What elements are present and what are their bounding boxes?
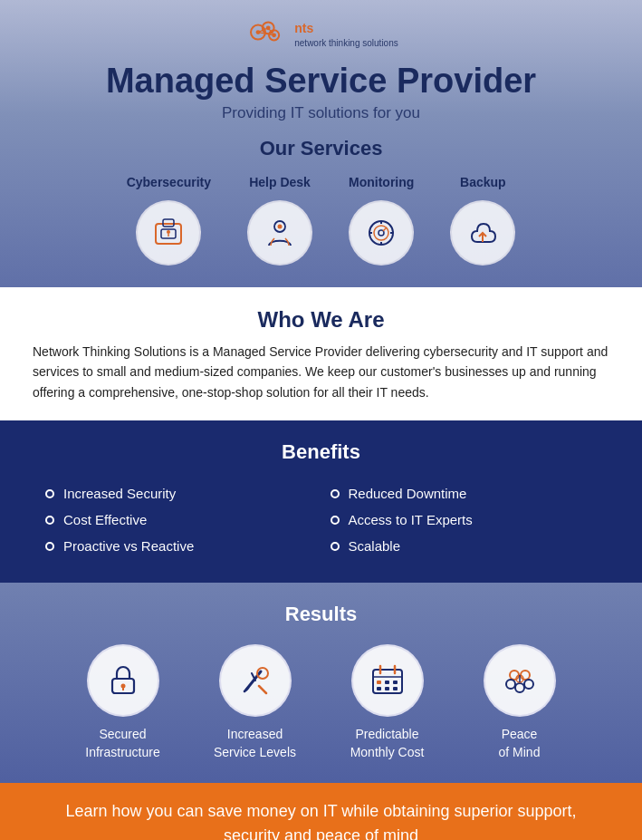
benefit-bullet: [331, 516, 340, 525]
svg-line-23: [383, 227, 387, 231]
svg-rect-42: [393, 687, 398, 690]
svg-rect-39: [393, 681, 398, 684]
services-grid: Cybersecurity Help Desk: [27, 175, 615, 266]
result-increased-service: IncreasedService Levels: [206, 644, 305, 761]
logo-area: nts network thinking solutions: [27, 16, 615, 53]
helpdesk-icon: [262, 215, 298, 251]
service-monitoring: Monitoring: [349, 175, 414, 266]
benefits-right-col: Reduced Downtime Access to IT Experts Sc…: [331, 480, 598, 559]
benefits-left-col: Increased Security Cost Effective Proact…: [45, 480, 312, 559]
svg-point-26: [120, 684, 125, 689]
subtitle: Providing IT solutions for you: [27, 104, 615, 122]
service-circle-helpdesk: [247, 200, 312, 266]
result-label-cost: PredictableMonthly Cost: [350, 726, 425, 761]
benefit-increased-security: Increased Security: [45, 480, 312, 507]
service-cybersecurity: Cybersecurity: [127, 175, 211, 266]
benefit-label: Scalable: [349, 538, 401, 554]
logo-name: nts: [294, 20, 398, 36]
result-label-peace: Peaceof Mind: [499, 726, 541, 761]
who-title: Who We Are: [33, 307, 609, 333]
monitoring-icon: [363, 215, 399, 251]
result-circle-lock: [87, 644, 159, 717]
svg-line-31: [259, 686, 266, 693]
service-circle-cybersecurity: [136, 200, 201, 266]
header-section: nts network thinking solutions Managed S…: [0, 0, 642, 287]
nts-logo-icon: [244, 16, 287, 53]
benefit-bullet: [45, 489, 54, 498]
svg-point-15: [278, 225, 283, 229]
cta-section: Learn how you can save money on IT while…: [0, 783, 642, 840]
result-peace-of-mind: Peaceof Mind: [470, 644, 570, 761]
svg-point-45: [506, 680, 515, 689]
benefit-scalable: Scalable: [331, 533, 598, 559]
result-label-secured: SecuredInfrastructure: [85, 726, 159, 761]
who-text: Network Thinking Solutions is a Managed …: [33, 342, 609, 402]
result-circle-tools: [219, 644, 292, 717]
cybersecurity-icon: [150, 215, 187, 251]
service-label-monitoring: Monitoring: [349, 175, 414, 189]
benefit-label: Cost Effective: [63, 512, 147, 527]
service-helpdesk: Help Desk: [247, 175, 312, 266]
svg-rect-38: [385, 681, 389, 684]
benefits-grid: Increased Security Cost Effective Proact…: [45, 480, 597, 559]
tools-icon: [235, 661, 275, 700]
service-label-backup: Backup: [460, 175, 506, 189]
svg-point-16: [369, 221, 393, 245]
result-label-service: IncreasedService Levels: [214, 726, 296, 761]
calendar-icon: [368, 661, 407, 700]
benefit-reduced-downtime: Reduced Downtime: [331, 480, 598, 507]
service-circle-monitoring: [349, 200, 414, 266]
benefit-it-experts: Access to IT Experts: [331, 507, 598, 533]
service-label-cybersecurity: Cybersecurity: [127, 175, 211, 189]
benefit-proactive: Proactive vs Reactive: [45, 533, 312, 559]
who-section: Who We Are Network Thinking Solutions is…: [0, 287, 642, 420]
svg-rect-40: [377, 687, 381, 690]
svg-point-46: [515, 683, 524, 692]
svg-rect-37: [377, 681, 381, 684]
results-title: Results: [27, 603, 615, 626]
benefit-bullet: [331, 542, 340, 551]
lock-icon: [103, 661, 143, 700]
service-circle-backup: [450, 200, 515, 266]
benefits-title: Benefits: [45, 440, 597, 464]
benefits-section: Benefits Increased Security Cost Effecti…: [0, 420, 642, 583]
result-monthly-cost: PredictableMonthly Cost: [338, 644, 437, 761]
result-circle-brain: [484, 644, 556, 717]
results-grid: SecuredInfrastructure IncreasedService L…: [27, 644, 615, 761]
backup-icon: [465, 215, 501, 251]
results-section: Results SecuredInfrastructure: [0, 583, 642, 783]
logo-tagline: network thinking solutions: [294, 37, 398, 49]
svg-line-30: [244, 688, 248, 691]
result-circle-calendar: [351, 644, 424, 717]
benefit-cost-effective: Cost Effective: [45, 507, 312, 533]
benefit-label: Reduced Downtime: [349, 486, 467, 501]
brain-icon: [500, 661, 540, 700]
benefit-label: Increased Security: [63, 486, 176, 501]
result-secured-infrastructure: SecuredInfrastructure: [73, 644, 173, 761]
benefit-bullet: [331, 489, 340, 498]
svg-rect-41: [385, 687, 389, 690]
logo-text: nts network thinking solutions: [294, 20, 398, 48]
svg-point-47: [524, 680, 533, 689]
benefit-label: Access to IT Experts: [349, 512, 473, 527]
benefit-bullet: [45, 516, 54, 525]
main-title: Managed Service Provider: [27, 62, 615, 101]
benefit-label: Proactive vs Reactive: [63, 538, 194, 554]
service-backup: Backup: [450, 175, 515, 266]
service-label-helpdesk: Help Desk: [249, 175, 311, 189]
cta-text: Learn how you can save money on IT while…: [36, 799, 606, 840]
services-heading: Our Services: [27, 137, 615, 160]
benefit-bullet: [45, 542, 54, 551]
svg-point-11: [167, 230, 170, 234]
